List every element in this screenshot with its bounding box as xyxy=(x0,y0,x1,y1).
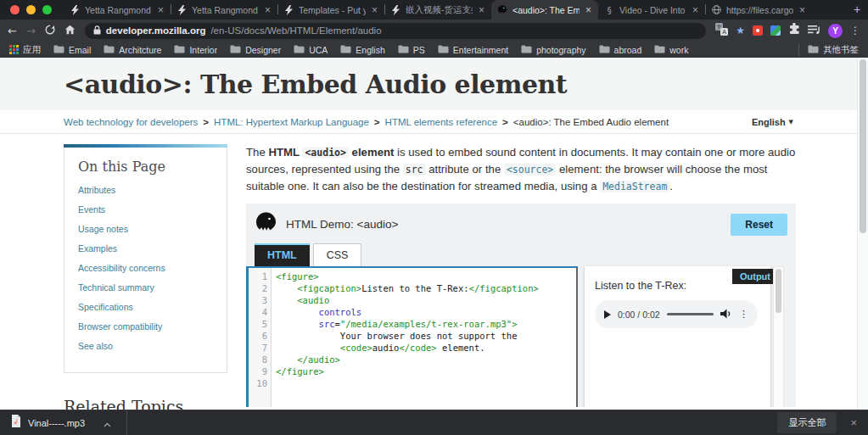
toc-link[interactable]: Accessibility concerns xyxy=(78,263,213,273)
mediastream-code-link[interactable]: MediaStream xyxy=(600,181,669,192)
tab-close-icon[interactable]: × xyxy=(798,4,806,16)
home-icon[interactable] xyxy=(64,25,76,36)
audio-menu-icon[interactable]: ⋮ xyxy=(739,309,748,320)
bookmark-apps[interactable]: 应用 xyxy=(9,44,41,56)
browser-tab[interactable]: <audio>: The Embed Aud× xyxy=(491,0,598,20)
address-bar[interactable]: developer.mozilla.org/en-US/docs/Web/HTM… xyxy=(85,23,706,39)
tab-css[interactable]: CSS xyxy=(313,243,362,266)
new-tab-button[interactable]: + xyxy=(846,3,868,20)
browser-tab[interactable]: §Video - Dive Into HTML5× xyxy=(598,0,705,20)
bookmark-folder[interactable]: photography xyxy=(521,45,585,55)
output-scrollbar[interactable] xyxy=(773,266,784,407)
browser-tab[interactable]: https://files.cargocollecti× xyxy=(705,0,812,20)
scrollbar-thumb[interactable] xyxy=(776,269,781,313)
toc-link[interactable]: Specifications xyxy=(78,302,213,312)
folder-icon xyxy=(521,45,532,55)
breadcrumb-link[interactable]: HTML elements reference xyxy=(385,117,498,127)
tab-close-icon[interactable]: × xyxy=(157,4,165,16)
scrollbar-thumb[interactable] xyxy=(860,59,866,233)
close-shelf-icon[interactable]: × xyxy=(850,416,857,429)
reload-icon[interactable] xyxy=(45,25,55,36)
breadcrumb-link[interactable]: HTML: Hypertext Markup Language xyxy=(214,117,369,127)
tab-close-icon[interactable]: × xyxy=(478,4,485,16)
page-header: <audio>: The Embed Audio element xyxy=(0,58,868,110)
source-code-link[interactable]: <source> xyxy=(504,164,556,176)
intro-text: . xyxy=(669,180,673,192)
toc-link[interactable]: Browser compatibility xyxy=(78,321,213,332)
bookmark-folder[interactable]: abroad xyxy=(599,45,642,55)
tab-close-icon[interactable]: × xyxy=(692,4,699,16)
browser-tab[interactable]: Templates - Put your pro× xyxy=(277,0,384,20)
code-token xyxy=(276,319,319,329)
bookmark-folder[interactable]: English xyxy=(340,45,384,55)
seek-bar[interactable] xyxy=(667,313,714,315)
code-token: "/media/examples/t-rex-roar.mp3" xyxy=(340,319,512,329)
chevron-up-icon[interactable] xyxy=(104,415,111,431)
bookmark-folder[interactable]: Designer xyxy=(230,45,281,55)
code-editor[interactable]: 12345678910 <figure> <figcaption>Listen … xyxy=(246,266,578,407)
code-line-number: 1 xyxy=(249,270,267,282)
shelf-divider xyxy=(126,410,127,435)
extensions-puzzle-icon[interactable] xyxy=(788,23,800,38)
toc-link[interactable]: Usage notes xyxy=(78,224,213,234)
zoom-window-button[interactable] xyxy=(42,5,52,14)
minimize-window-button[interactable] xyxy=(26,5,36,14)
language-selector[interactable]: English ▼ xyxy=(752,117,793,127)
toc-link[interactable]: Events xyxy=(78,204,213,215)
bookmark-label: English xyxy=(356,45,384,55)
bookmark-folder[interactable]: work xyxy=(654,45,688,55)
code-line-number: 2 xyxy=(249,282,267,294)
translate-icon[interactable]: 文A xyxy=(715,23,728,39)
back-icon[interactable]: ← xyxy=(8,25,17,36)
reset-button[interactable]: Reset xyxy=(731,214,787,236)
bookmark-folder[interactable]: Entertainment xyxy=(438,45,508,55)
toc-link[interactable]: Attributes xyxy=(78,185,213,195)
browser-tab[interactable]: Yetta Rangmond Suraj× xyxy=(171,0,277,20)
browser-menu-icon[interactable]: ⋮ xyxy=(850,25,860,36)
toc-link[interactable]: See also xyxy=(78,341,213,351)
breadcrumb-link[interactable]: Web technology for developers xyxy=(64,117,198,127)
toc-link[interactable]: Technical summary xyxy=(78,282,213,293)
bookmark-label: abroad xyxy=(614,45,642,55)
tab-close-icon[interactable]: × xyxy=(264,4,272,16)
browser-tab[interactable]: 嵌入视频-货运支持× xyxy=(384,0,491,20)
playlist-icon[interactable] xyxy=(808,23,820,38)
bookmark-label: Entertainment xyxy=(453,45,508,55)
bookmark-star-icon[interactable]: ★ xyxy=(736,25,745,36)
code-token xyxy=(276,343,340,353)
toc-link[interactable]: Examples xyxy=(78,243,213,254)
bookmark-folder[interactable]: UCA xyxy=(294,45,328,55)
lightning-icon xyxy=(176,5,187,15)
toc-title: On this Page xyxy=(78,159,213,175)
demo-body: 12345678910 <figure> <figcaption>Listen … xyxy=(246,266,796,407)
audio-player[interactable]: 0:00 / 0:02 ⋮ xyxy=(595,300,758,328)
folder-icon xyxy=(230,45,241,55)
tab-close-icon[interactable]: × xyxy=(371,4,378,16)
browser-tab[interactable]: Yetta Rangmond Suraj× xyxy=(64,0,171,20)
show-all-downloads-button[interactable]: 显示全部 xyxy=(777,412,837,433)
bookmark-folder[interactable]: Interior xyxy=(174,45,217,55)
forward-icon[interactable]: → xyxy=(26,25,36,36)
bookmark-label: 应用 xyxy=(23,44,41,56)
bookmark-folder[interactable]: Architcture xyxy=(104,45,161,55)
play-icon[interactable] xyxy=(604,310,611,319)
extension-color-icon[interactable] xyxy=(770,25,781,36)
breadcrumb-current: <audio>: The Embed Audio element xyxy=(513,117,669,127)
intro-text: The xyxy=(246,146,268,159)
tab-close-icon[interactable]: × xyxy=(585,4,592,16)
page-scrollbar[interactable] xyxy=(857,58,868,410)
extension-red-icon[interactable] xyxy=(753,25,763,36)
code-token: element. xyxy=(437,343,485,353)
volume-icon[interactable] xyxy=(720,307,732,322)
tab-html[interactable]: HTML xyxy=(255,243,310,266)
code-token: Your browser does not support the xyxy=(276,331,517,341)
other-bookmarks[interactable]: 其他书签 xyxy=(798,44,859,56)
bookmark-folder[interactable]: Email xyxy=(53,45,91,55)
folder-icon xyxy=(53,45,64,55)
chevron-right-icon: > xyxy=(203,117,209,127)
bookmark-folder[interactable]: PS xyxy=(398,45,425,55)
profile-avatar[interactable]: Y xyxy=(828,24,843,38)
close-window-button[interactable] xyxy=(10,5,20,14)
bookmark-label: Designer xyxy=(245,45,281,55)
download-item[interactable]: Vinal-----.mp3 xyxy=(11,415,111,431)
